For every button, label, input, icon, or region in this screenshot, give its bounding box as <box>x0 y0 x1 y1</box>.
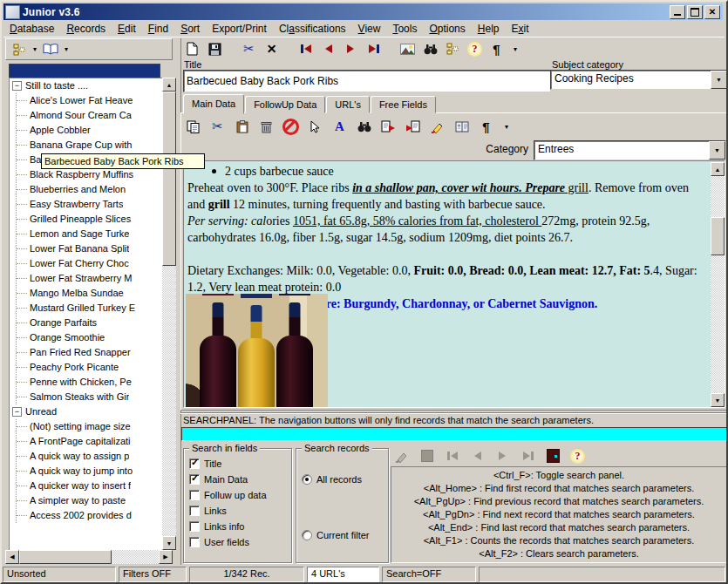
tree-item[interactable]: Lower Fat Banana Split <box>17 241 163 256</box>
editor-scroll-up-button[interactable]: ▲ <box>711 162 725 176</box>
tree-item[interactable]: Banana Grape Cup with <box>17 138 163 153</box>
tree-item[interactable]: A simpler way to paste <box>17 493 163 508</box>
tree-item[interactable]: Apple Cobbler <box>17 123 163 138</box>
tree-item[interactable]: Lower Fat Cherry Choc <box>17 256 163 271</box>
checkbox-main-data[interactable] <box>189 474 200 485</box>
tree-item[interactable]: Pan Fried Red Snapper <box>17 345 163 360</box>
tree-scrollbar-thumb[interactable] <box>162 92 176 266</box>
tree-item[interactable]: A quicker way to insert f <box>17 479 163 493</box>
minimize-button[interactable] <box>670 5 685 19</box>
erase-formatting-icon[interactable] <box>429 119 446 135</box>
menu-database[interactable]: Database <box>3 22 60 36</box>
classification-view-dropdown[interactable]: ▾ <box>31 45 39 53</box>
delete-icon[interactable] <box>258 119 275 135</box>
tree-scroll-left-button[interactable]: ◀ <box>5 550 19 564</box>
menu-view[interactable]: View <box>352 22 387 36</box>
tree-item[interactable]: Mustard Grilled Turkey E <box>17 301 163 316</box>
tree-item[interactable]: Lower Fat Strawberry M <box>17 271 163 286</box>
tree-item[interactable]: Easy Strawberry Tarts <box>17 197 163 212</box>
tab-followup-data[interactable]: FollowUp Data <box>245 96 325 113</box>
tree-item[interactable]: A quick way to assign p <box>17 449 163 464</box>
tree-node-still-to-taste[interactable]: Still to taste .... <box>10 78 163 93</box>
collapse-icon[interactable] <box>12 407 22 417</box>
menu-options[interactable]: Options <box>423 22 471 36</box>
checkbox-user-fields[interactable] <box>189 537 200 547</box>
find-icon[interactable] <box>356 119 372 135</box>
search-help-icon[interactable]: ? <box>570 449 585 464</box>
tree-node-unread[interactable]: Unread <box>10 404 163 419</box>
tree-item[interactable]: Lemon and Sage Turke <box>17 227 163 241</box>
copy-icon[interactable] <box>185 119 201 135</box>
chevron-down-icon[interactable]: ▼ <box>709 141 725 160</box>
tree-item[interactable]: A FrontPage capitalizati <box>17 434 163 449</box>
book-view-dropdown[interactable]: ▾ <box>62 45 71 53</box>
menu-classifications[interactable]: Classifications <box>273 22 352 36</box>
editor-scrollbar-track[interactable] <box>711 176 725 393</box>
address-card-icon[interactable] <box>453 119 470 135</box>
checkbox-row-main-data[interactable]: Main Data <box>184 472 291 487</box>
tree-item[interactable]: Black Raspberry Muffins <box>17 167 163 182</box>
radio-all-records[interactable] <box>302 474 312 485</box>
menu-tools[interactable]: Tools <box>386 22 423 36</box>
classification-view-button[interactable] <box>10 41 29 58</box>
previous-record-icon[interactable] <box>320 41 337 58</box>
tree-scroll-down-button[interactable]: ▼ <box>162 536 176 550</box>
first-record-icon[interactable] <box>297 41 314 58</box>
cut-icon[interactable]: ✂ <box>209 119 226 135</box>
tree-hscrollbar-thumb[interactable] <box>19 550 112 564</box>
editor-scroll-down-button[interactable]: ▼ <box>711 393 725 407</box>
category-combo[interactable]: Entrees ▼ <box>534 140 726 160</box>
classifications-tree-icon[interactable] <box>445 41 461 58</box>
book-view-button[interactable] <box>41 41 60 58</box>
chevron-down-icon[interactable]: ▼ <box>711 71 727 89</box>
editor-scrollbar-thumb[interactable] <box>711 217 725 255</box>
delete-record-icon[interactable]: ✕ <box>263 41 280 58</box>
checkbox-row-followup[interactable]: Folluw up data <box>184 487 291 503</box>
find-icon[interactable] <box>422 41 439 58</box>
cut-icon[interactable]: ✂ <box>241 41 257 58</box>
tab-main-data[interactable]: Main Data <box>183 94 244 114</box>
tree-item[interactable]: A quick way to jump into <box>17 464 163 479</box>
insert-image-icon[interactable] <box>399 41 416 58</box>
radio-current-filter[interactable] <box>302 530 312 540</box>
save-icon[interactable] <box>207 41 223 58</box>
menu-find[interactable]: Find <box>142 22 174 36</box>
select-cursor-icon[interactable] <box>307 119 323 135</box>
menu-records[interactable]: Records <box>60 22 112 36</box>
paste-icon[interactable] <box>234 119 250 135</box>
checkbox-row-links-info[interactable]: Links info <box>184 519 291 534</box>
checkbox-row-title[interactable]: Title <box>184 456 291 472</box>
next-record-icon[interactable] <box>343 41 359 58</box>
tab-free-fields[interactable]: Free Fields <box>371 96 436 113</box>
find-first-icon[interactable] <box>444 448 460 465</box>
new-document-icon[interactable] <box>184 41 201 58</box>
tree-item[interactable]: Grilled Pineapple Slices <box>17 212 163 227</box>
checkbox-followup[interactable] <box>189 490 200 500</box>
maximize-button[interactable] <box>687 5 703 19</box>
tree-item[interactable]: Mango Melba Sundae <box>17 286 163 301</box>
tab-urls[interactable]: URL's <box>326 96 370 113</box>
radio-row-current-filter[interactable]: Current filter <box>296 527 370 543</box>
tree-item[interactable]: Orange Parfaits <box>17 316 163 330</box>
formatting-marks-icon[interactable]: ¶ <box>488 41 505 58</box>
editor-toolbar-more-dropdown[interactable]: ▾ <box>502 123 511 131</box>
radio-row-all-records[interactable]: All records <box>296 472 362 487</box>
checkbox-links[interactable] <box>189 506 200 516</box>
subject-category-combo[interactable]: Cooking Recipes ▼ <box>550 70 728 90</box>
find-next-icon[interactable] <box>494 448 511 465</box>
collapse-icon[interactable] <box>12 81 22 91</box>
stop-search-icon[interactable] <box>418 448 435 465</box>
tree-item[interactable]: Peachy Pork Picante <box>17 360 163 375</box>
tree-item[interactable]: Penne with Chicken, Pe <box>17 375 163 390</box>
close-search-icon[interactable] <box>545 448 561 465</box>
menu-export-print[interactable]: Export/Print <box>206 22 273 36</box>
close-button[interactable]: ✕ <box>704 5 720 19</box>
formatting-marks-icon[interactable]: ¶ <box>478 119 494 135</box>
checkbox-title[interactable] <box>189 458 200 469</box>
tree-scroll-up-button[interactable]: ▲ <box>162 78 176 92</box>
import-text-icon[interactable] <box>405 119 421 135</box>
menu-sort[interactable]: Sort <box>174 22 206 36</box>
tree-item[interactable]: Salmon Steaks with Gir <box>17 390 163 404</box>
search-input[interactable] <box>181 427 727 441</box>
export-text-icon[interactable] <box>380 119 397 135</box>
